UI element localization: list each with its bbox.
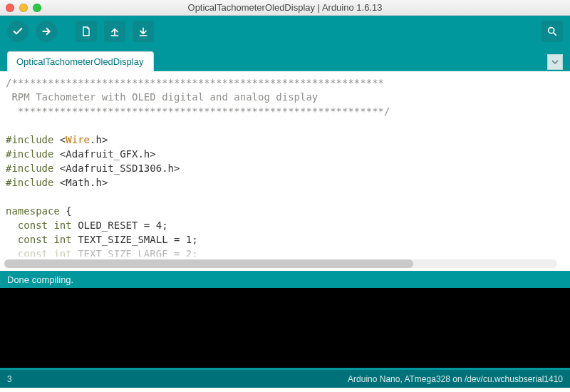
verify-button[interactable] bbox=[7, 21, 28, 42]
code-token: #include bbox=[6, 134, 53, 145]
upload-button[interactable] bbox=[36, 21, 57, 42]
code-content: /***************************************… bbox=[0, 71, 570, 257]
toolbar bbox=[0, 16, 570, 47]
code-token: .h bbox=[90, 134, 102, 145]
window-edge bbox=[0, 388, 570, 392]
minimize-icon[interactable] bbox=[19, 4, 28, 12]
code-token: namespace bbox=[6, 205, 60, 217]
code-token: #include bbox=[6, 177, 53, 188]
code-line: RPM Tachometer with OLED digital and ana… bbox=[6, 91, 318, 103]
code-editor[interactable]: /***************************************… bbox=[0, 71, 570, 271]
arrow-down-icon bbox=[138, 26, 149, 37]
code-token: { bbox=[60, 205, 72, 217]
save-button[interactable] bbox=[133, 21, 154, 42]
code-token: Wire bbox=[66, 134, 90, 145]
code-token: Math.h bbox=[66, 177, 102, 188]
horizontal-scrollbar[interactable] bbox=[4, 259, 557, 268]
tab-strip: OpticalTachometerOledDisplay bbox=[0, 47, 570, 71]
code-token: #include bbox=[6, 163, 53, 174]
line-number: 3 bbox=[7, 374, 12, 384]
tab-menu-button[interactable] bbox=[547, 54, 563, 70]
arrow-up-icon bbox=[109, 26, 120, 37]
window-controls bbox=[6, 4, 41, 12]
code-token: OLED_RESET = 4; bbox=[72, 220, 168, 231]
scrollbar-thumb[interactable] bbox=[4, 259, 413, 268]
titlebar: OpticalTachometerOledDisplay | Arduino 1… bbox=[0, 0, 570, 16]
open-button[interactable] bbox=[104, 21, 125, 42]
code-token: #include bbox=[6, 148, 53, 160]
serial-monitor-button[interactable] bbox=[542, 21, 563, 42]
compile-status-bar: Done compiling. bbox=[0, 271, 570, 288]
code-token: const int bbox=[18, 220, 72, 231]
board-port: Arduino Nano, ATmega328 on /dev/cu.wchus… bbox=[348, 374, 563, 384]
code-token bbox=[6, 220, 18, 231]
close-icon[interactable] bbox=[6, 4, 14, 12]
compile-status-text: Done compiling. bbox=[7, 274, 73, 285]
window-title: OpticalTachometerOledDisplay | Arduino 1… bbox=[0, 2, 570, 13]
magnifier-icon bbox=[546, 26, 558, 37]
status-bar: 3 Arduino Nano, ATmega328 on /dev/cu.wch… bbox=[0, 368, 570, 388]
code-line: ****************************************… bbox=[6, 105, 390, 117]
code-token: TEXT_SIZE_LARGE = 2; bbox=[72, 248, 198, 257]
zoom-icon[interactable] bbox=[33, 4, 41, 12]
sketch-tab[interactable]: OpticalTachometerOledDisplay bbox=[7, 51, 154, 71]
chevron-down-icon bbox=[551, 58, 559, 66]
console-output[interactable] bbox=[0, 288, 570, 368]
file-icon bbox=[81, 26, 92, 37]
code-token: Adafruit_SSD1306.h bbox=[66, 163, 174, 174]
code-token: TEXT_SIZE_SMALL = 1; bbox=[72, 234, 198, 245]
check-icon bbox=[12, 26, 24, 37]
new-button[interactable] bbox=[76, 21, 97, 42]
code-token: const int bbox=[18, 248, 72, 257]
code-token bbox=[6, 248, 18, 257]
arrow-right-icon bbox=[41, 26, 52, 37]
code-token bbox=[6, 234, 18, 245]
code-line: /***************************************… bbox=[6, 77, 384, 88]
code-token: const int bbox=[18, 234, 72, 245]
code-token: Adafruit_GFX.h bbox=[66, 148, 150, 160]
